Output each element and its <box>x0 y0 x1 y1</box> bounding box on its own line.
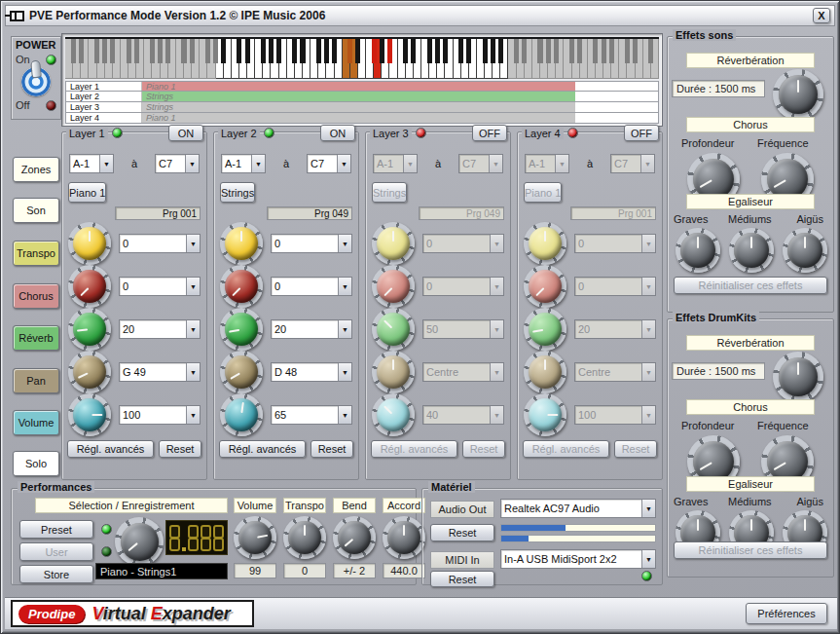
transpose-value-select[interactable]: 0▼ <box>119 234 201 253</box>
range-to-select[interactable]: C7▼ <box>610 154 655 173</box>
chevron-down-icon[interactable]: ▼ <box>490 363 503 381</box>
piano-key-black[interactable] <box>347 39 352 63</box>
chevron-down-icon[interactable]: ▼ <box>338 320 351 338</box>
audio-out-select[interactable]: Realtek AC97 Audio ▼ <box>500 499 656 518</box>
piano-key-black[interactable] <box>458 39 463 63</box>
preset-select-knob[interactable] <box>115 517 164 566</box>
layer-reset-button[interactable]: Reset <box>614 440 657 458</box>
range-to-select[interactable]: C7▼ <box>458 154 503 173</box>
piano-key-black[interactable] <box>134 39 139 63</box>
eq-bass-knob[interactable] <box>676 228 720 273</box>
chorus-knob[interactable] <box>372 265 415 308</box>
piano-key-black[interactable] <box>165 39 170 63</box>
piano-key-black[interactable] <box>403 39 408 63</box>
piano-key-black[interactable] <box>332 39 337 63</box>
sidebar-button-reverb[interactable]: Réverb <box>13 325 59 351</box>
range-from-select[interactable]: A-1▼ <box>221 154 266 173</box>
chevron-down-icon[interactable]: ▼ <box>640 155 654 172</box>
sidebar-button-solo[interactable]: Solo <box>13 451 59 476</box>
piano-key-black[interactable] <box>292 39 297 63</box>
piano-key-black[interactable] <box>110 39 115 63</box>
piano-key-black[interactable] <box>387 39 392 63</box>
piano-key-black[interactable] <box>537 39 542 63</box>
chevron-down-icon[interactable]: ▼ <box>186 235 200 252</box>
piano-key-black[interactable] <box>633 39 638 63</box>
chevron-down-icon[interactable]: ▼ <box>490 235 503 252</box>
chevron-down-icon[interactable]: ▼ <box>490 320 503 338</box>
layer-overview-row[interactable]: Layer 2 Strings <box>65 92 659 102</box>
transpose-value-select[interactable]: 0▼ <box>271 234 352 253</box>
piano-key-black[interactable] <box>221 39 226 63</box>
chorus-knob[interactable] <box>524 265 566 308</box>
piano-key-black[interactable] <box>546 39 551 63</box>
advanced-settings-button[interactable]: Régl. avancés <box>67 440 154 458</box>
power-toggle-switch[interactable] <box>21 67 51 96</box>
volume-knob[interactable] <box>220 393 263 436</box>
instrument-button[interactable]: Piano 1 <box>68 182 106 203</box>
chevron-down-icon[interactable]: ▼ <box>186 363 200 381</box>
piano-key-black[interactable] <box>245 39 250 63</box>
volume-knob[interactable] <box>524 393 566 436</box>
sidebar-button-pan[interactable]: Pan <box>13 368 59 393</box>
preset-button[interactable]: Preset <box>19 520 93 539</box>
piano-key-black[interactable] <box>190 39 195 63</box>
bend-knob[interactable] <box>333 516 376 559</box>
piano-key-black[interactable] <box>150 39 155 63</box>
volume-knob[interactable] <box>234 516 276 559</box>
transpose-value-select[interactable]: 0▼ <box>574 234 656 253</box>
layer-overview-row[interactable]: Layer 4 Piano 1 <box>65 113 659 124</box>
reverb-value-select[interactable]: 50▼ <box>422 319 504 339</box>
layer-reset-button[interactable]: Reset <box>310 440 353 458</box>
audio-reset-button[interactable]: Reset <box>430 524 494 541</box>
piano-key-black[interactable] <box>79 39 84 63</box>
layer-reset-button[interactable]: Reset <box>159 440 201 458</box>
sidebar-button-zones[interactable]: Zones <box>13 157 59 182</box>
piano-key-black[interactable] <box>102 39 107 63</box>
piano-key-black[interactable] <box>380 39 384 63</box>
piano-key-black[interactable] <box>514 39 519 63</box>
piano-key-black[interactable] <box>443 39 448 63</box>
effects-reset-button[interactable]: Réinitialiser ces effets <box>674 277 827 294</box>
reverb-knob[interactable] <box>773 352 823 402</box>
chevron-down-icon[interactable]: ▼ <box>490 406 503 424</box>
piano-key-black[interactable] <box>569 39 574 63</box>
piano-key-black[interactable] <box>491 39 495 63</box>
piano-key-black[interactable] <box>577 39 582 63</box>
chevron-down-icon[interactable]: ▼ <box>641 278 655 295</box>
range-from-select[interactable]: A-1▼ <box>373 154 418 173</box>
reverb-knob[interactable] <box>68 308 111 351</box>
piano-key-black[interactable] <box>127 39 131 63</box>
reverb-knob[interactable] <box>220 308 263 351</box>
midi-reset-button[interactable]: Reset <box>430 571 494 587</box>
transpo-knob[interactable] <box>283 516 326 559</box>
piano-key-black[interactable] <box>213 39 218 63</box>
volume-knob[interactable] <box>372 393 415 436</box>
chevron-down-icon[interactable]: ▼ <box>337 155 350 172</box>
reverb-knob[interactable] <box>773 69 823 120</box>
chevron-down-icon[interactable]: ▼ <box>641 550 655 568</box>
advanced-settings-button[interactable]: Régl. avancés <box>523 440 609 458</box>
volume-value-select[interactable]: 40▼ <box>422 405 504 425</box>
piano-key-black[interactable] <box>435 39 440 63</box>
piano-key-black[interactable] <box>498 39 503 63</box>
layer-onoff-button[interactable]: OFF <box>472 125 507 141</box>
eq-treble-knob[interactable] <box>783 228 827 273</box>
range-to-select[interactable]: C7▼ <box>155 154 200 173</box>
transpose-knob[interactable] <box>68 222 111 265</box>
instrument-button[interactable]: Piano 1 <box>524 182 562 203</box>
reverb-knob[interactable] <box>524 308 566 351</box>
chevron-down-icon[interactable]: ▼ <box>338 363 351 381</box>
piano-key-black[interactable] <box>483 39 488 63</box>
piano-key-black[interactable] <box>648 39 653 63</box>
preferences-button[interactable]: Préférences <box>746 603 827 624</box>
chevron-down-icon[interactable]: ▼ <box>641 406 655 424</box>
chevron-down-icon[interactable]: ▼ <box>338 406 351 424</box>
chorus-value-select[interactable]: 0▼ <box>574 277 656 296</box>
sidebar-button-son[interactable]: Son <box>13 198 59 223</box>
transpose-value-select[interactable]: 0▼ <box>422 234 504 253</box>
layer-overview-row[interactable]: Layer 1 Piano 1 <box>65 81 659 92</box>
reverb-knob[interactable] <box>372 308 415 351</box>
transpose-knob[interactable] <box>220 222 263 265</box>
pan-knob[interactable] <box>524 351 566 393</box>
chorus-knob[interactable] <box>68 265 111 308</box>
